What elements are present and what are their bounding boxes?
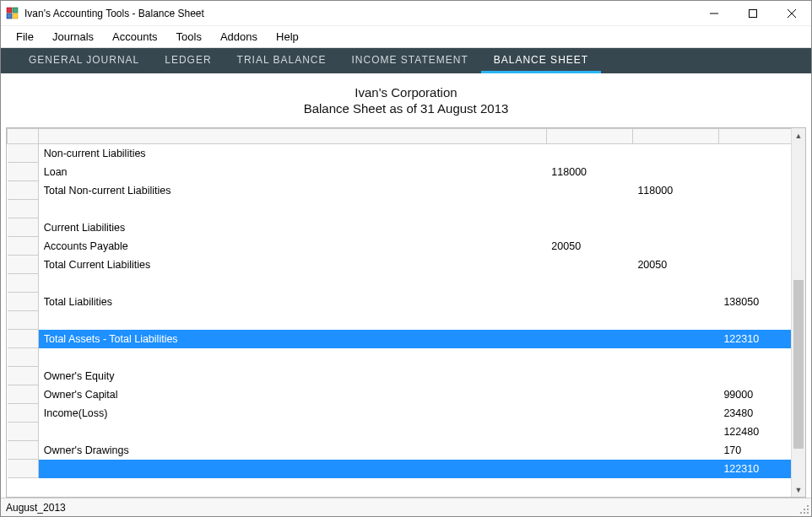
menu-accounts[interactable]: Accounts — [104, 28, 165, 46]
cell-label[interactable] — [38, 423, 546, 441]
row-header[interactable] — [8, 256, 39, 274]
cell-label[interactable]: Total Assets - Total Liabilities — [38, 330, 546, 348]
menu-help[interactable]: Help — [268, 28, 307, 46]
cell-value[interactable] — [632, 441, 718, 460]
cell-label[interactable] — [38, 348, 546, 367]
cell-label[interactable]: Current Liabilities — [38, 218, 546, 237]
table-row[interactable]: 122310 — [8, 460, 805, 478]
cell-value[interactable] — [632, 404, 718, 423]
table-row[interactable] — [8, 311, 805, 330]
table-row[interactable] — [8, 348, 805, 367]
tab-balance-sheet[interactable]: BALANCE SHEET — [481, 48, 601, 73]
close-button[interactable] — [772, 1, 811, 26]
cell-value[interactable] — [546, 274, 632, 293]
cell-value[interactable] — [546, 256, 632, 274]
column-header[interactable] — [38, 129, 546, 144]
row-header[interactable] — [8, 163, 39, 181]
row-header[interactable] — [8, 367, 39, 385]
balance-sheet-grid[interactable]: Non-current LiabilitiesLoan118000Total N… — [7, 128, 805, 478]
cell-label[interactable]: Total Non-current Liabilities — [38, 181, 546, 200]
row-header[interactable] — [8, 348, 39, 367]
table-row[interactable]: Owner's Equity — [8, 367, 805, 385]
cell-value[interactable]: 20050 — [546, 237, 632, 256]
cell-label[interactable] — [38, 200, 546, 218]
cell-value[interactable] — [546, 385, 632, 404]
cell-value[interactable] — [546, 348, 632, 367]
scroll-down-arrow[interactable]: ▼ — [792, 482, 805, 497]
cell-value[interactable] — [546, 423, 632, 441]
cell-label[interactable]: Owner's Capital — [38, 385, 546, 404]
table-row[interactable]: Total Assets - Total Liabilities122310 — [8, 330, 805, 348]
cell-value[interactable]: 20050 — [632, 256, 718, 274]
cell-value[interactable] — [632, 330, 718, 348]
row-header[interactable] — [8, 311, 39, 330]
cell-value[interactable] — [546, 200, 632, 218]
cell-value[interactable] — [632, 423, 718, 441]
table-row[interactable]: Loan118000 — [8, 163, 805, 181]
cell-label[interactable]: Loan — [38, 163, 546, 181]
table-row[interactable]: Income(Loss)23480 — [8, 404, 805, 423]
cell-value[interactable] — [546, 218, 632, 237]
cell-value[interactable] — [546, 181, 632, 200]
cell-value[interactable] — [632, 293, 718, 311]
table-row[interactable]: Non-current Liabilities — [8, 144, 805, 163]
cell-label[interactable]: Total Current Liabilities — [38, 256, 546, 274]
tab-general-journal[interactable]: GENERAL JOURNAL — [16, 48, 152, 73]
scroll-thumb[interactable] — [793, 280, 804, 449]
cell-value[interactable] — [546, 367, 632, 385]
row-header[interactable] — [8, 460, 39, 478]
cell-value[interactable] — [632, 237, 718, 256]
table-row[interactable]: Total Current Liabilities20050 — [8, 256, 805, 274]
cell-value[interactable] — [546, 311, 632, 330]
column-header[interactable] — [632, 129, 718, 144]
cell-label[interactable]: Non-current Liabilities — [38, 144, 546, 163]
table-row[interactable]: Owner's Drawings170 — [8, 441, 805, 460]
tab-income-statement[interactable]: INCOME STATEMENT — [339, 48, 481, 73]
row-header[interactable] — [8, 274, 39, 293]
cell-value[interactable] — [546, 460, 632, 478]
cell-label[interactable]: Income(Loss) — [38, 404, 546, 423]
cell-value[interactable] — [546, 404, 632, 423]
table-row[interactable]: 122480 — [8, 423, 805, 441]
scroll-up-arrow[interactable]: ▲ — [792, 128, 805, 143]
row-header[interactable] — [8, 385, 39, 404]
table-row[interactable]: Owner's Capital99000 — [8, 385, 805, 404]
column-header[interactable] — [8, 129, 39, 144]
cell-value[interactable] — [632, 460, 718, 478]
table-row[interactable]: Accounts Payable20050 — [8, 237, 805, 256]
vertical-scrollbar[interactable]: ▲ ▼ — [791, 128, 805, 497]
row-header[interactable] — [8, 144, 39, 163]
cell-value[interactable] — [632, 144, 718, 163]
cell-value[interactable] — [546, 293, 632, 311]
cell-value[interactable] — [632, 385, 718, 404]
cell-value[interactable] — [632, 274, 718, 293]
cell-value[interactable]: 118000 — [546, 163, 632, 181]
table-row[interactable]: Current Liabilities — [8, 218, 805, 237]
row-header[interactable] — [8, 200, 39, 218]
cell-label[interactable] — [38, 274, 546, 293]
cell-value[interactable] — [632, 311, 718, 330]
table-row[interactable] — [8, 200, 805, 218]
row-header[interactable] — [8, 441, 39, 460]
table-row[interactable]: Total Liabilities138050 — [8, 293, 805, 311]
row-header[interactable] — [8, 404, 39, 423]
menu-journals[interactable]: Journals — [44, 28, 102, 46]
minimize-button[interactable] — [695, 1, 734, 26]
row-header[interactable] — [8, 218, 39, 237]
row-header[interactable] — [8, 181, 39, 200]
cell-value[interactable] — [632, 367, 718, 385]
row-header[interactable] — [8, 237, 39, 256]
cell-value[interactable] — [632, 163, 718, 181]
cell-value[interactable] — [546, 441, 632, 460]
cell-value[interactable] — [546, 330, 632, 348]
cell-label[interactable] — [38, 460, 546, 478]
table-row[interactable]: Total Non-current Liabilities118000 — [8, 181, 805, 200]
cell-value[interactable] — [632, 348, 718, 367]
menu-tools[interactable]: Tools — [168, 28, 210, 46]
row-header[interactable] — [8, 423, 39, 441]
cell-label[interactable]: Accounts Payable — [38, 237, 546, 256]
resize-grip[interactable] — [799, 504, 809, 514]
cell-value[interactable] — [632, 200, 718, 218]
tab-trial-balance[interactable]: TRIAL BALANCE — [225, 48, 339, 73]
cell-value[interactable] — [632, 218, 718, 237]
